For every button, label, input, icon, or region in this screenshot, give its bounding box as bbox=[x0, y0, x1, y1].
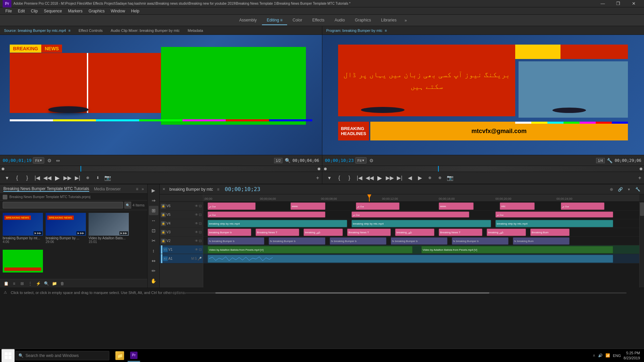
tab-assembly[interactable]: Assembly bbox=[234, 16, 261, 25]
program-tab-title[interactable]: Program: breaking Bumper by mtc ≡ bbox=[325, 28, 388, 33]
tool-slide[interactable]: ⇔ bbox=[149, 256, 158, 265]
proj-folder-btn[interactable]: 📁 bbox=[51, 280, 58, 287]
tl-vis-v1[interactable]: ⊡ bbox=[199, 248, 202, 251]
source-in-btn[interactable]: { bbox=[13, 174, 21, 182]
tray-speaker-icon[interactable]: 🔊 bbox=[598, 353, 603, 358]
menu-edit[interactable]: Edit bbox=[15, 8, 28, 14]
source-next-btn[interactable]: ▶▶ bbox=[63, 174, 72, 182]
proj-new-item-btn[interactable]: 📋 bbox=[3, 280, 9, 287]
program-monitor-menu[interactable]: ≡ bbox=[385, 28, 387, 33]
close-button[interactable]: ✕ bbox=[626, 0, 641, 7]
menu-window[interactable]: Window bbox=[108, 8, 128, 14]
tl-clip-v2-1[interactable]: fx breaking Bumper b bbox=[208, 237, 264, 245]
tl-clip-v2-2[interactable]: fx breaking Bumper b bbox=[269, 237, 325, 245]
prog-camera-btn[interactable]: 📷 bbox=[446, 174, 454, 182]
prog-out-btn[interactable]: } bbox=[345, 174, 354, 182]
tl-link-btn[interactable]: 🔗 bbox=[616, 186, 624, 193]
prog-add-btn[interactable]: + bbox=[638, 175, 641, 181]
taskbar-file-explorer[interactable]: 📁 bbox=[113, 350, 127, 362]
menu-markers[interactable]: Markers bbox=[65, 8, 85, 14]
tab-audio[interactable]: Audio bbox=[330, 16, 350, 25]
project-panel-expand[interactable]: » bbox=[142, 187, 144, 191]
source-prev-btn[interactable]: ◀◀ bbox=[43, 174, 52, 182]
tl-zoom-thumb[interactable] bbox=[215, 292, 489, 294]
media-browser-tab[interactable]: Media Browser bbox=[91, 186, 123, 192]
tl-clip-v3-4[interactable]: Breaking News T bbox=[347, 229, 391, 236]
tl-eye-v1[interactable]: 👁 bbox=[195, 248, 198, 251]
source-play-btn[interactable]: ▶ bbox=[53, 174, 62, 182]
tl-a1-s[interactable]: S bbox=[195, 257, 197, 260]
proj-freeform-btn[interactable]: ⋮ bbox=[27, 280, 34, 287]
tool-roll[interactable]: ↔ bbox=[149, 216, 158, 225]
source-timeline-strip[interactable] bbox=[0, 166, 322, 172]
tl-clip-v5-2[interactable]: مٹ بر bbox=[352, 212, 469, 218]
tl-clip-v5-1[interactable]: مٹ بر bbox=[208, 212, 325, 218]
source-overwrite-btn[interactable]: ⬇ bbox=[93, 174, 102, 182]
program-fraction[interactable]: 1/4 bbox=[596, 158, 604, 163]
menu-clip[interactable]: Clip bbox=[28, 8, 41, 14]
tl-vis-v5[interactable]: ⊡ bbox=[199, 213, 202, 217]
tl-eye-v3[interactable]: 👁 bbox=[195, 230, 198, 234]
proj-icon-view-btn[interactable]: ⊞ bbox=[19, 280, 25, 287]
tl-vis-v4[interactable]: ⊡ bbox=[199, 222, 202, 225]
tl-lock-v3[interactable]: 🔒 bbox=[161, 230, 166, 235]
tl-clip-v1-1[interactable]: Video by Adailton Batista from Pexels.mp… bbox=[208, 246, 413, 253]
tl-lock-v5[interactable]: 🔒 bbox=[161, 213, 166, 217]
prog-play-btn[interactable]: ▶ bbox=[375, 174, 384, 182]
source-zoom-btn[interactable]: 🔍 bbox=[284, 157, 291, 164]
tl-clip-v1-2[interactable]: Video by Adailton Batista from Pexels.mp… bbox=[421, 246, 613, 253]
workspace-more[interactable]: » bbox=[402, 16, 410, 25]
tl-clip-v6-3[interactable]: مٹ بر bbox=[356, 202, 399, 210]
tl-clip-v6-2[interactable]: www. bbox=[290, 202, 325, 210]
tl-clip-v2-5[interactable]: fx breaking Bumper b bbox=[452, 237, 508, 245]
source-settings-btn[interactable]: ⚙ bbox=[46, 157, 53, 164]
tl-clip-v3-6[interactable]: Breaking News T bbox=[439, 229, 482, 236]
program-wrench-btn[interactable]: 🔧 bbox=[606, 157, 613, 164]
tool-slip[interactable]: ↕ bbox=[149, 246, 158, 255]
tl-a1-m[interactable]: M bbox=[191, 257, 194, 260]
tl-clip-v6-6[interactable]: مٹ بر bbox=[561, 202, 604, 210]
tl-eye-v2[interactable]: 👁 bbox=[195, 239, 198, 243]
tl-clip-v3-3[interactable]: breaking تلور bbox=[304, 229, 343, 236]
tl-lock-v4[interactable]: 🔒 bbox=[161, 221, 166, 226]
tl-clip-v2-3[interactable]: fx breaking Bumper b bbox=[330, 237, 386, 245]
project-tab-active[interactable]: Breaking News Bumper Template MTC Tutori… bbox=[3, 186, 89, 192]
tl-vertical-scroll[interactable] bbox=[639, 202, 644, 288]
proj-delete-btn[interactable]: 🗑 bbox=[59, 280, 66, 287]
tl-marker-btn[interactable]: ▾ bbox=[625, 186, 633, 193]
tool-track-select[interactable]: ⇒ bbox=[149, 196, 158, 205]
source-resize-btn[interactable]: ⇔ bbox=[54, 157, 62, 164]
tl-vis-v3[interactable]: ⊡ bbox=[199, 230, 202, 234]
menu-sequence[interactable]: Sequence bbox=[41, 8, 65, 14]
prog-overwrite-btn[interactable]: ⊕ bbox=[436, 174, 444, 182]
program-fit-dropdown[interactable]: Fit ▾ bbox=[355, 157, 367, 164]
source-fraction[interactable]: 1/2 bbox=[274, 158, 282, 163]
tl-clip-a1[interactable] bbox=[208, 255, 613, 263]
menu-graphics[interactable]: Graphics bbox=[86, 8, 107, 14]
tl-clip-v5-3[interactable]: مٹ بر bbox=[495, 212, 613, 218]
prog-go-out-btn[interactable]: ▶| bbox=[395, 174, 404, 182]
metadata-tab[interactable]: Metadata bbox=[186, 28, 205, 33]
source-insert-btn[interactable]: ⊕ bbox=[83, 174, 92, 182]
program-timeline-strip[interactable] bbox=[322, 166, 644, 172]
project-panel-menu[interactable]: ≡ bbox=[136, 187, 138, 191]
tl-lock-v2[interactable]: 🔒 bbox=[161, 239, 166, 243]
audio-clip-mixer-tab[interactable]: Audio Clip Mixer: breaking Bumper by mtc bbox=[109, 28, 181, 33]
tab-libraries[interactable]: Libraries bbox=[376, 16, 401, 25]
source-monitor-menu[interactable]: ≡ bbox=[68, 28, 70, 33]
source-add-btn[interactable]: + bbox=[316, 175, 319, 181]
minimize-button[interactable]: — bbox=[595, 0, 610, 7]
project-search-input[interactable] bbox=[3, 202, 123, 208]
source-camera-btn[interactable]: 📷 bbox=[103, 174, 112, 182]
prog-go-in-btn[interactable]: |◀ bbox=[355, 174, 364, 182]
proj-automate-btn[interactable]: ⚡ bbox=[35, 280, 42, 287]
tl-clip-v2-6[interactable]: fx breaking Bum bbox=[513, 237, 570, 245]
tl-lock-v6[interactable]: 🔒 bbox=[161, 204, 166, 208]
prog-in-btn[interactable]: { bbox=[335, 174, 344, 182]
tool-select[interactable]: ▶ bbox=[149, 186, 158, 195]
tl-settings-btn[interactable]: 🔧 bbox=[634, 186, 641, 193]
tl-vis-v2[interactable]: ⊡ bbox=[199, 239, 202, 243]
program-settings-btn[interactable]: ⚙ bbox=[368, 157, 375, 164]
tool-rate-stretch[interactable]: ⊡ bbox=[149, 226, 158, 235]
tool-razor[interactable]: ✂ bbox=[149, 236, 158, 245]
